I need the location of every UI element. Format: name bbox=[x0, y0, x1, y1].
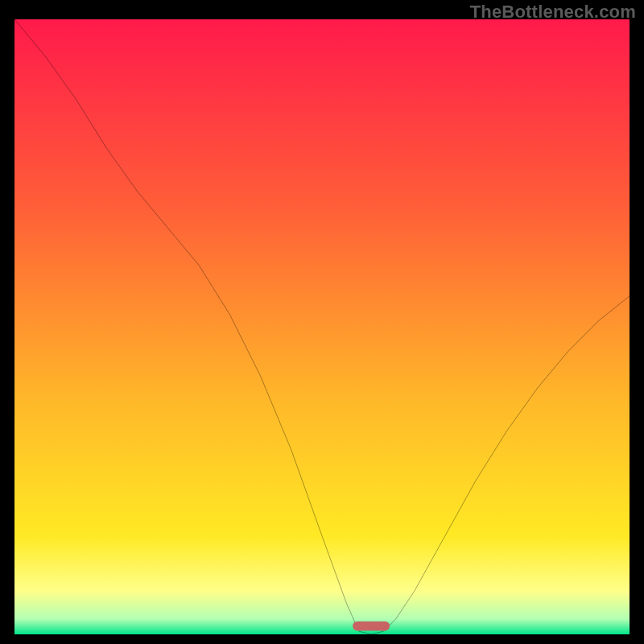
bottleneck-chart bbox=[14, 19, 630, 634]
ideal-marker bbox=[353, 621, 390, 630]
chart-frame: TheBottleneck.com bbox=[0, 0, 644, 644]
watermark-text: TheBottleneck.com bbox=[470, 2, 636, 23]
gradient-background bbox=[14, 19, 630, 634]
